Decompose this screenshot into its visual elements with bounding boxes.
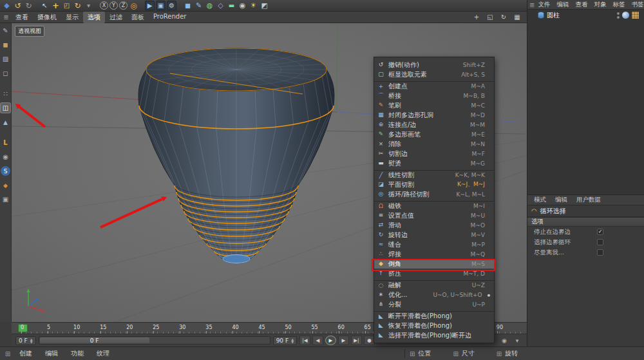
subdivision-surface-icon[interactable]: ◍ xyxy=(205,1,214,10)
undo-icon[interactable]: ↺ xyxy=(13,1,23,10)
snap-icon[interactable]: S xyxy=(1,166,10,176)
menu-melt[interactable]: ◌ 融解 U~Z xyxy=(374,280,494,290)
tool-option-checkbox[interactable]: ✓ xyxy=(597,229,603,235)
render-picture-viewer-icon[interactable]: ▣ xyxy=(156,1,166,10)
vp-pan-icon[interactable]: + xyxy=(472,13,481,22)
am-tab-edit[interactable]: 编辑 xyxy=(551,195,571,205)
timeline-tick[interactable]: 60 xyxy=(338,323,365,334)
menu-rotate-edge[interactable]: ↻ 旋转边 M~V xyxy=(374,230,494,240)
play-button[interactable]: ▶ xyxy=(325,336,336,345)
menu-plane-cut[interactable]: ◪ 平面切割 K~J、M~J xyxy=(374,180,494,189)
render-view-icon[interactable]: ▶ xyxy=(145,1,155,10)
edges-mode-icon[interactable]: ◫ xyxy=(1,103,10,113)
live-selection-icon[interactable]: ↖ xyxy=(40,1,50,10)
om-menu-bookmarks[interactable]: 书签 xyxy=(628,1,644,9)
object-manager-panel-icon[interactable]: ≣ xyxy=(529,1,535,8)
menu-frame-selected[interactable]: ▢ 框显选取元素 Alt+S, S xyxy=(374,70,494,79)
menu-weld[interactable]: ∴ 焊接 M~Q xyxy=(374,249,494,259)
recent-tool-icon[interactable]: ▾ xyxy=(84,1,93,10)
camera-icon[interactable]: ◉ xyxy=(238,1,247,10)
frame-spinner-arrows[interactable]: ▲▼ xyxy=(30,338,33,343)
om-menu-objects[interactable]: 对象 xyxy=(591,1,609,9)
om-menu-view[interactable]: 查看 xyxy=(572,1,591,9)
menu-select-phong-breaks[interactable]: ◣ 选择平滑着色(Phong)断开边 xyxy=(374,330,494,340)
vp-menu-panel[interactable]: 面板 xyxy=(127,12,149,23)
environment-icon[interactable]: ▬ xyxy=(227,1,236,10)
om-menu-edit[interactable]: 编辑 xyxy=(553,1,572,9)
menu-set-point-value[interactable]: ≡ 设置点值 M~U xyxy=(374,211,494,220)
menu-optimize[interactable]: ∗ 优化... U~O, U~Shift+O ● xyxy=(374,290,494,299)
scale-tool-icon[interactable]: ◰ xyxy=(62,1,71,10)
timeline-tick[interactable]: 50 xyxy=(285,323,311,334)
enable-axis-icon[interactable]: L xyxy=(1,138,10,147)
coord-position[interactable]: ⊞ 位置 xyxy=(410,349,431,358)
timeline-tick[interactable]: 20 xyxy=(126,323,153,334)
timeline-slider-handle[interactable]: 0 F xyxy=(40,337,149,343)
menu-extrude[interactable]: ↑ 挤压 M~T, D xyxy=(374,269,494,278)
viewport-filter-icon[interactable]: ◉ xyxy=(1,152,10,162)
current-frame-field[interactable]: 0 F ▲▼ xyxy=(15,336,36,345)
rotate-tool-icon[interactable]: ↻ xyxy=(73,1,82,10)
light-icon[interactable]: ☀ xyxy=(249,1,258,10)
make-editable-icon[interactable]: ✎ xyxy=(1,26,10,35)
points-mode-icon[interactable]: ∷ xyxy=(1,89,10,99)
timeline-tick[interactable]: 25 xyxy=(153,323,179,334)
mat-menu-edit[interactable]: 编辑 xyxy=(39,349,64,358)
timeline-tick[interactable]: 5 xyxy=(47,323,73,334)
tool-option-checkbox[interactable] xyxy=(597,239,603,245)
end-frame-field[interactable]: 90 F ▲▼ xyxy=(273,336,297,345)
coord-size[interactable]: ⊞ 尺寸 xyxy=(453,349,474,358)
spline-pen-icon[interactable]: ✎ xyxy=(194,1,204,10)
c4d-logo-icon[interactable]: ◆ xyxy=(2,1,12,10)
menu-bridge[interactable]: ⌒ 桥接 M~B, B xyxy=(374,91,494,100)
lock-workplane-icon[interactable]: ▣ xyxy=(1,194,10,204)
model-mode-icon[interactable]: ◼ xyxy=(1,40,10,50)
object-row-cylinder[interactable]: 圆柱 xyxy=(527,10,644,21)
menu-edge-cut[interactable]: ✂ 切割边 M~F xyxy=(374,149,494,158)
goto-end-button[interactable]: ▶| xyxy=(351,336,362,345)
mat-menu-function[interactable]: 功能 xyxy=(64,349,90,358)
keyframe-options-icon[interactable]: ▾ xyxy=(513,336,522,345)
timeline-tick[interactable]: 45 xyxy=(258,323,285,334)
visibility-dot-editor[interactable] xyxy=(617,12,620,15)
menu-dissolve[interactable]: × 消除 M~N xyxy=(374,139,494,149)
timeline-tick[interactable]: 55 xyxy=(312,323,338,334)
timeline-tick[interactable]: 35 xyxy=(205,323,232,334)
material-icon[interactable]: ◩ xyxy=(260,1,269,10)
lock-y-icon[interactable]: Y xyxy=(109,1,118,10)
menu-break-phong[interactable]: ◣ 断开平滑着色(Phong) xyxy=(374,311,494,321)
menu-undo[interactable]: ↺ 撤销(动作) Shift+Z xyxy=(374,60,494,70)
vp-menu-display[interactable]: 显示 xyxy=(61,12,83,23)
menu-magnet[interactable]: Ω 磁铁 M~I xyxy=(374,201,494,211)
menu-close-polygon-hole[interactable]: ▦ 封闭多边形孔洞 M~D xyxy=(374,110,494,120)
object-name[interactable]: 圆柱 xyxy=(547,11,560,20)
workplane-mode-icon[interactable]: ◻ xyxy=(1,68,10,78)
lock-x-icon[interactable]: X xyxy=(100,1,108,10)
render-settings-icon[interactable]: ⚙ xyxy=(167,1,176,10)
am-tab-userdata[interactable]: 用户数据 xyxy=(573,195,605,205)
quantize-icon[interactable]: ◆ xyxy=(1,180,10,190)
timeline-tick[interactable]: 40 xyxy=(232,323,258,334)
material-manager-icon[interactable]: ⊞ xyxy=(3,350,13,357)
menu-loop-path-cut[interactable]: ◎ 循环/路径切割 K~L, M~L xyxy=(374,189,494,199)
mat-menu-texture[interactable]: 纹理 xyxy=(90,349,116,358)
menu-iron[interactable]: ▬ 熨烫 M~G xyxy=(374,158,494,168)
menu-unbreak-phong[interactable]: ◣ 恢复平滑着色(Phong) xyxy=(374,321,494,330)
menu-stitch-sew[interactable]: ≈ 缝合 M~P xyxy=(374,240,494,249)
vp-menu-filter[interactable]: 过滤 xyxy=(105,12,127,23)
menu-create-point[interactable]: + 创建点 M~A xyxy=(374,81,494,91)
texture-mode-icon[interactable]: ▨ xyxy=(1,54,10,64)
lock-z-icon[interactable]: Z xyxy=(119,1,128,10)
deformer-icon[interactable]: ◇ xyxy=(216,1,225,10)
visibility-dot-render[interactable] xyxy=(617,16,620,19)
visibility-dots[interactable] xyxy=(617,12,620,19)
om-menu-tags[interactable]: 标签 xyxy=(609,1,628,9)
menu-brush[interactable]: ✎ 笔刷 M~C xyxy=(374,100,494,110)
uvw-tag-icon[interactable] xyxy=(632,12,639,19)
menu-connect-points-edges[interactable]: ⊕ 连接点/边 M~M xyxy=(374,120,494,129)
timeline-slider[interactable]: 0 F xyxy=(39,336,270,345)
menu-slide[interactable]: ⇄ 滑动 M~O xyxy=(374,220,494,230)
add-primitive-icon[interactable]: ◼ xyxy=(183,1,193,10)
phong-tag-icon[interactable] xyxy=(622,12,629,19)
coord-rotation[interactable]: ⊞ 旋转 xyxy=(497,349,518,358)
